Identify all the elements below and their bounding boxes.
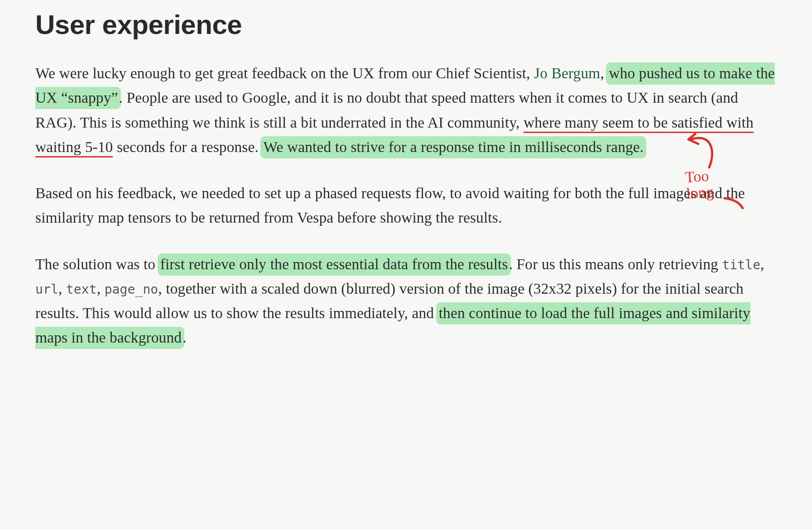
p3-c1: , bbox=[760, 256, 764, 272]
code-url: url bbox=[35, 282, 58, 297]
p2-text-1: Based on his feedback, we needed to set … bbox=[35, 185, 745, 226]
code-title: title bbox=[722, 257, 760, 272]
code-page-no: page_no bbox=[105, 282, 159, 297]
section-heading: User experience bbox=[35, 9, 776, 40]
highlight-essential-data: first retrieve only the most essential d… bbox=[159, 255, 509, 274]
p1-text-1: We were lucky enough to get great feedba… bbox=[35, 65, 534, 81]
paragraph-1: We were lucky enough to get great feedba… bbox=[35, 61, 776, 159]
document-page: User experience We were lucky enough to … bbox=[0, 0, 812, 529]
p3-c3: , bbox=[97, 280, 105, 297]
author-link[interactable]: Jo Bergum bbox=[534, 65, 600, 81]
paragraph-3: The solution was to first retrieve only … bbox=[35, 252, 776, 350]
paragraph-2: Based on his feedback, we needed to set … bbox=[35, 181, 776, 230]
highlight-ms-range: We wanted to strive for a response time … bbox=[262, 138, 644, 157]
p3-text-4: . bbox=[183, 329, 186, 346]
p3-c2: , bbox=[58, 280, 66, 297]
p1-text-2: , bbox=[600, 65, 608, 81]
code-text: text bbox=[66, 282, 97, 297]
p3-text-1: The solution was to bbox=[35, 256, 159, 272]
p3-text-2: . For us this means only retrieving bbox=[509, 256, 722, 272]
p1-text-4: seconds for a response. bbox=[113, 138, 262, 155]
